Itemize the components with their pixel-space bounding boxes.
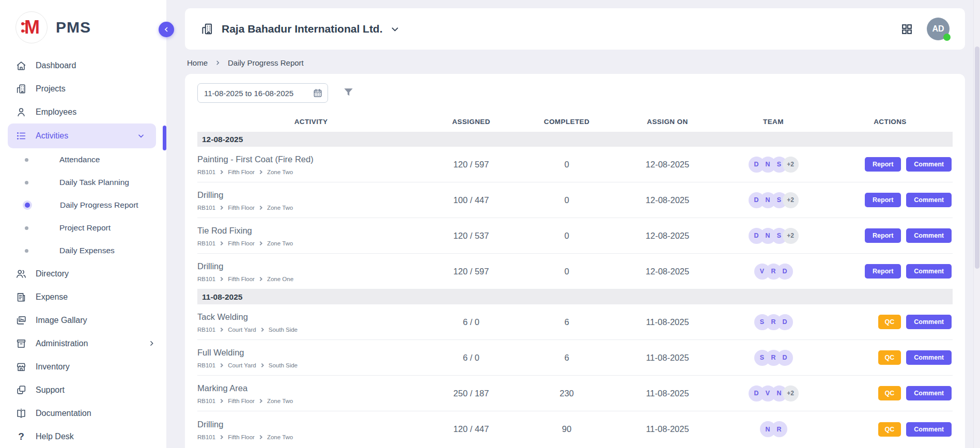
top-header-bar: Raja Bahadur International Ltd. AD [185,8,965,50]
chevron-right-icon [220,205,224,210]
assign-on-value: 12-08-2025 [616,160,719,169]
assigned-value: 6 / 0 [425,353,518,363]
sidebar-subitem-label: Project Report [59,223,111,233]
team-overflow-badge[interactable]: +2 [783,192,799,208]
team-avatars: D V N +2 [719,385,828,401]
sidebar-item-expense[interactable]: Expense [0,285,166,308]
sidebar-subitem-label: Attendance [59,155,100,164]
sidebar-item-directory[interactable]: Directory [0,262,166,285]
breadcrumb-home[interactable]: Home [187,58,208,67]
activity-path: RB101 Fifth Floor Zone Two [197,169,425,175]
sidebar-item-activities[interactable]: Activities [8,123,156,148]
sidebar-collapse-button[interactable] [159,22,174,37]
qc-button[interactable]: QC [878,422,901,437]
completed-value: 6 [518,353,616,363]
images-icon [15,315,27,326]
team-overflow-badge[interactable]: +2 [783,228,799,244]
comment-button[interactable]: Comment [906,350,952,365]
sidebar-item-image-gallery[interactable]: Image Gallary [0,308,166,332]
sidebar-item-employees[interactable]: Employees [0,100,166,123]
chevron-right-icon [220,363,224,368]
column-header-actions: ACTIONS [828,118,953,126]
online-status-dot [943,34,951,41]
app-logo: M PMS [0,0,166,51]
receipt-icon [15,291,27,303]
report-button[interactable]: Report [865,228,901,243]
qc-button[interactable]: QC [878,315,901,329]
sidebar: M PMS Dashboard Projects Employees [0,0,166,448]
breadcrumb: Home Daily Progress Report [187,58,965,67]
column-header-team: TEAM [719,118,828,126]
activity-title: Drilling [197,261,425,271]
sidebar-subitem-project-report[interactable]: Project Report [0,217,166,239]
home-icon [15,60,27,71]
table-row: Marking Area RB101 Fifth Floor Zone Two … [197,376,953,411]
team-avatars: S R D [719,350,828,366]
assign-on-value: 12-08-2025 [616,267,719,276]
copy-icon [15,384,27,396]
bullet-dot-icon [25,181,28,184]
comment-button[interactable]: Comment [906,228,952,243]
comment-button[interactable]: Comment [906,422,952,437]
assigned-value: 250 / 187 [425,389,518,398]
page-scrollbar[interactable] [973,0,980,448]
comment-button[interactable]: Comment [906,193,952,207]
activity-path: RB101 Fifth Floor Zone Two [197,434,425,440]
sidebar-item-projects[interactable]: Projects [0,77,166,100]
sidebar-subitem-daily-task-planning[interactable]: Daily Task Planning [0,171,166,194]
date-group-header: 11-08-2025 [197,289,953,304]
comment-button[interactable]: Comment [906,264,952,279]
calendar-icon[interactable] [313,88,323,98]
sidebar-subitem-attendance[interactable]: Attendance [0,148,166,171]
comment-button[interactable]: Comment [906,157,952,172]
logo-mark-icon: M [15,11,48,43]
report-button[interactable]: Report [865,157,901,172]
assigned-value: 100 / 447 [425,195,518,205]
scrollbar-thumb[interactable] [975,47,979,269]
table-row: Drilling RB101 Fifth Floor Zone One 120 … [197,254,953,289]
sidebar-item-documentation[interactable]: Documentation [0,401,166,425]
active-section-indicator [163,126,166,150]
report-button[interactable]: Report [865,264,901,279]
comment-button[interactable]: Comment [906,315,952,329]
date-range-input[interactable] [197,83,328,103]
team-member-badge[interactable]: D [777,350,793,366]
company-selector[interactable]: Raja Bahadur International Ltd. [200,22,399,36]
sidebar-item-label: Image Gallary [36,316,87,325]
sidebar-item-dashboard[interactable]: Dashboard [0,54,166,77]
table-row: Drilling RB101 Fifth Floor Zone Two 120 … [197,411,953,447]
apps-grid-icon[interactable] [900,23,913,36]
sidebar-item-label: Support [36,385,65,395]
report-button[interactable]: Report [865,193,901,207]
qc-button[interactable]: QC [878,386,901,400]
team-overflow-badge[interactable]: +2 [783,157,799,173]
completed-value: 230 [518,389,616,398]
team-member-badge[interactable]: D [777,314,793,330]
sidebar-subitem-daily-progress-report[interactable]: Daily Progress Report [0,194,166,217]
completed-value: 90 [518,424,616,434]
table-row: Drilling RB101 Fifth Floor Zone Two 100 … [197,182,953,218]
sidebar-nav: Dashboard Projects Employees Activities [0,54,166,448]
completed-value: 0 [518,195,616,205]
date-group-header: 12-08-2025 [197,132,953,147]
sidebar-item-support[interactable]: Support [0,378,166,401]
team-avatars: N R [719,421,828,437]
team-member-badge[interactable]: R [771,421,787,437]
filter-button[interactable] [343,86,354,100]
sidebar-item-help-desk[interactable]: ? Help Desk [0,425,166,448]
sidebar-item-label: Administration [36,339,88,348]
logo-circuit-icon [21,21,28,35]
qc-button[interactable]: QC [878,350,901,365]
sidebar-item-administration[interactable]: Administration [0,332,166,355]
user-avatar[interactable]: AD [927,18,950,40]
team-member-badge[interactable]: D [777,264,793,280]
comment-button[interactable]: Comment [906,386,952,400]
sidebar-subitem-daily-expenses[interactable]: Daily Expenses [0,239,166,262]
chevron-right-icon [220,435,224,440]
team-overflow-badge[interactable]: +2 [783,385,799,401]
table-row: Tie Rod Fixing RB101 Fifth Floor Zone Tw… [197,218,953,254]
team-avatars: V R D [719,264,828,280]
chevron-right-icon [220,398,224,404]
chevron-right-icon [220,241,224,246]
sidebar-item-inventory[interactable]: Inventory [0,355,166,378]
